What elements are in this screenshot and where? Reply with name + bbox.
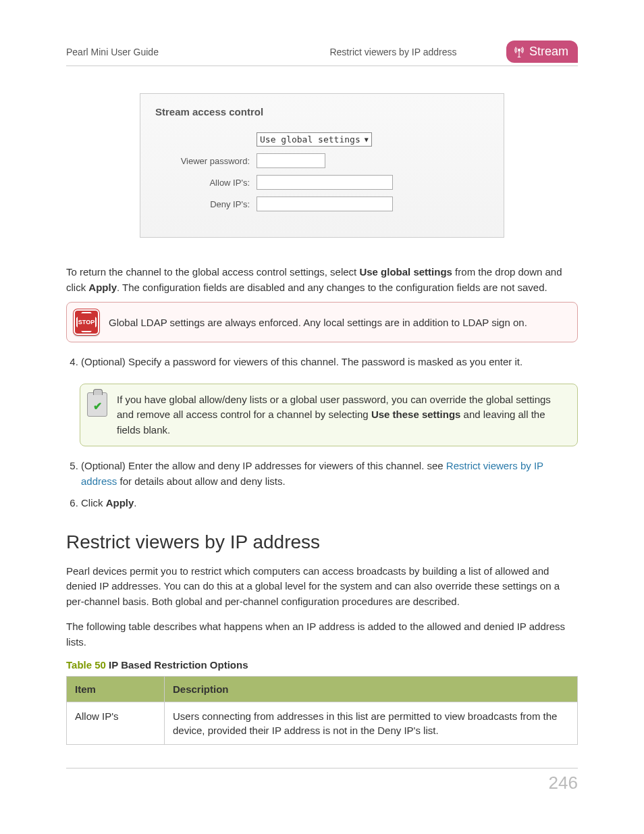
stop-callout: STOP Global LDAP settings are always enf… [66, 302, 578, 342]
table-caption: Table 50 IP Based Restriction Options [66, 659, 578, 671]
settings-dropdown-row: Use global settings [155, 132, 489, 147]
step-list-cont: (Optional) Enter the allow and deny IP a… [66, 459, 578, 511]
deny-ips-label: Deny IP's: [155, 199, 257, 209]
step-5: (Optional) Enter the allow and deny IP a… [81, 459, 578, 489]
global-settings-dropdown[interactable]: Use global settings [257, 132, 372, 147]
cell-desc: Users connecting from addresses in this … [165, 702, 578, 745]
allow-ips-row: Allow IP's: [155, 175, 489, 190]
paragraph-table-intro: The following table describes what happe… [66, 619, 578, 650]
antenna-icon [513, 46, 525, 58]
th-item: Item [67, 677, 165, 702]
note-callout: If you have global allow/deny lists or a… [80, 384, 578, 447]
table-row: Allow IP's Users connecting from address… [67, 702, 578, 745]
stop-text: Global LDAP settings are always enforced… [109, 317, 527, 328]
screenshot-title: Stream access control [155, 106, 489, 118]
viewer-password-label: Viewer password: [155, 156, 257, 166]
ip-restriction-table: Item Description Allow IP's Users connec… [66, 676, 578, 745]
deny-ips-row: Deny IP's: [155, 197, 489, 211]
section-title: Restrict viewers by IP address [66, 531, 578, 553]
note-text: If you have global allow/deny lists or a… [117, 392, 568, 438]
screenshot-stream-access-control: Stream access control Use global setting… [140, 93, 504, 238]
page-header: Pearl Mini User Guide Restrict viewers b… [66, 41, 578, 66]
breadcrumb: Restrict viewers by IP address [294, 47, 493, 57]
deny-ips-input[interactable] [257, 197, 393, 211]
th-description: Description [165, 677, 578, 702]
paragraph-global-settings: To return the channel to the global acce… [66, 265, 578, 295]
page-footer: 246 [66, 768, 578, 793]
paragraph-intro: Pearl devices permit you to restrict whi… [66, 564, 578, 610]
badge-label: Stream [529, 45, 568, 59]
guide-title: Pearl Mini User Guide [66, 47, 159, 57]
svg-point-0 [518, 49, 520, 51]
stream-badge: Stream [506, 41, 578, 63]
step-6: Click Apply. [81, 496, 578, 511]
allow-ips-label: Allow IP's: [155, 178, 257, 188]
clipboard-icon [87, 392, 107, 417]
allow-ips-input[interactable] [257, 175, 393, 190]
step-list: (Optional) Specify a password for viewer… [66, 355, 578, 370]
step-4: (Optional) Specify a password for viewer… [81, 355, 578, 370]
stop-icon: STOP [74, 309, 99, 335]
viewer-password-row: Viewer password: [155, 153, 489, 168]
cell-item: Allow IP's [67, 702, 165, 745]
page-number: 246 [549, 773, 578, 793]
viewer-password-input[interactable] [257, 153, 325, 168]
